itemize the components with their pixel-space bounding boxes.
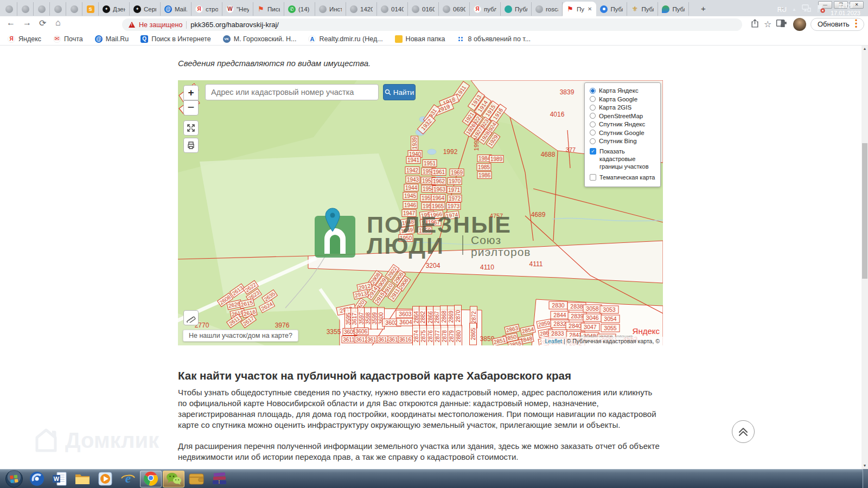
bookmark-item[interactable]: 8 объявлений по т... xyxy=(457,35,531,43)
browser-menu-icon[interactable]: ••• xyxy=(855,19,857,29)
tab[interactable] xyxy=(50,2,66,16)
parcel-label: 2879 xyxy=(448,325,455,345)
tab[interactable]: 01604 xyxy=(408,2,439,16)
cadastral-map[interactable]: 1911191319141915191619181919193119321921… xyxy=(178,80,663,345)
taskbar-wallet-icon[interactable] xyxy=(186,471,207,487)
page-scrollbar[interactable]: ▲ ▼ xyxy=(861,46,868,469)
bookmark-item[interactable]: @Mail.Ru xyxy=(95,35,129,43)
new-tab-button[interactable]: + xyxy=(701,4,706,13)
bookmark-item[interactable]: Новая папка xyxy=(395,35,445,43)
bookmark-item[interactable]: ✉Почта xyxy=(53,35,83,43)
tab[interactable]: Ястроит xyxy=(192,2,222,16)
tab[interactable]: Публи xyxy=(596,2,627,16)
layer-option[interactable]: Спутник Bing xyxy=(590,138,655,144)
share-icon[interactable] xyxy=(750,19,760,30)
tab-close-icon[interactable]: ✕ xyxy=(587,6,592,12)
tab[interactable]: @Mail.ru xyxy=(161,2,192,16)
zoom-out-button[interactable]: − xyxy=(183,100,199,115)
bookmark-item[interactable]: ARealty.dmir.ru (Нед... xyxy=(308,35,382,43)
layer-option[interactable]: Спутник Яндекс xyxy=(590,121,655,127)
tab[interactable]: roscad xyxy=(532,2,563,16)
taskbar-winrar-icon[interactable] xyxy=(208,471,230,487)
tab[interactable]: ✦Серге xyxy=(130,2,161,16)
tab[interactable]: 06903 xyxy=(439,2,470,16)
taskbar-explorer-icon[interactable] xyxy=(72,471,93,487)
taskbar-word-icon[interactable]: W xyxy=(49,471,71,487)
layer-option[interactable]: Карта Google xyxy=(590,96,655,102)
tab[interactable]: Публи xyxy=(658,2,689,16)
checkbox-icon[interactable]: ✓ xyxy=(590,148,596,155)
tab[interactable]: ✆(14) W xyxy=(284,2,315,16)
blue-dot-icon xyxy=(600,5,608,13)
fullscreen-button[interactable] xyxy=(183,120,199,136)
tab[interactable]: W"Неуд" xyxy=(222,2,253,16)
radio-icon[interactable] xyxy=(590,113,596,119)
scrollbar-thumb[interactable] xyxy=(862,143,867,279)
tab[interactable]: S xyxy=(82,2,99,16)
profile-avatar[interactable] xyxy=(793,18,806,31)
tab[interactable]: Публи xyxy=(501,2,532,16)
leaflet-link[interactable]: Leaflet xyxy=(545,338,562,344)
cadastral-search-input[interactable] xyxy=(205,84,379,100)
address-bar[interactable]: Не защищено pkk365.org/habarovskij-kraj/ xyxy=(122,18,742,31)
measure-ruler-button[interactable] xyxy=(183,310,199,325)
bookmark-item[interactable]: VKМ. Гороховский. Н... xyxy=(223,35,297,43)
tab[interactable] xyxy=(17,2,34,16)
tab[interactable] xyxy=(66,2,82,16)
scrollbar-down-arrow[interactable]: ▼ xyxy=(861,463,868,469)
tab[interactable]: Инстр xyxy=(315,2,346,16)
show-desktop-button[interactable] xyxy=(863,469,868,488)
layer-option[interactable]: OpenStreetMap xyxy=(590,113,655,119)
reload-icon[interactable]: ⟳ xyxy=(39,18,46,28)
radio-icon[interactable] xyxy=(590,130,596,136)
tab[interactable]: 14201 xyxy=(346,2,377,16)
taskbar-start-button[interactable] xyxy=(3,471,25,487)
layer-checkbox[interactable]: ✓Показать кадастровые границы участков xyxy=(590,148,655,170)
action-center-flag-icon[interactable] xyxy=(816,4,825,15)
checkbox-icon[interactable] xyxy=(590,174,596,181)
radio-icon[interactable] xyxy=(590,121,596,127)
radio-icon[interactable] xyxy=(590,138,596,144)
taskbar-clock[interactable]: 11:0917.01.2023 xyxy=(831,3,860,17)
taskbar-ie-icon[interactable]: e xyxy=(117,471,139,487)
bookmark-item[interactable]: ЯЯндекс xyxy=(8,35,41,43)
back-icon[interactable]: ← xyxy=(7,18,15,28)
layer-option[interactable]: Спутник Google xyxy=(590,130,655,136)
scroll-to-top-button[interactable] xyxy=(732,420,755,443)
scrollbar-up-arrow[interactable]: ▲ xyxy=(861,46,868,52)
radio-icon[interactable] xyxy=(590,96,596,102)
radio-icon[interactable] xyxy=(590,105,596,111)
tab[interactable] xyxy=(34,2,50,16)
bookmark-item[interactable]: QПоиск в Интернете xyxy=(141,35,211,43)
map-search-button[interactable]: Найти xyxy=(383,84,416,100)
map-marker-pin[interactable] xyxy=(324,207,341,233)
language-indicator[interactable]: RU xyxy=(777,6,787,14)
tab-active[interactable]: ⚑Пу✕ xyxy=(563,2,596,16)
taskbar-wechat-icon[interactable] xyxy=(163,471,184,487)
tab[interactable]: ⚜Публи xyxy=(627,2,658,16)
taskbar-browser-blue-icon[interactable] xyxy=(26,471,48,487)
tab[interactable]: 01405 xyxy=(377,2,408,16)
layer-checkbox[interactable]: Тематическая карта xyxy=(590,174,655,182)
search-icon xyxy=(385,89,391,95)
forward-icon[interactable]: → xyxy=(23,18,31,28)
parcel-label: 3046 xyxy=(583,314,602,322)
radio-icon[interactable] xyxy=(590,88,596,94)
side-panel-icon[interactable] xyxy=(776,18,785,30)
layer-option[interactable]: Карта 2GIS xyxy=(590,104,655,111)
home-icon[interactable]: ⌂ xyxy=(55,18,61,28)
tab[interactable] xyxy=(1,2,17,16)
tab[interactable]: Япубли xyxy=(470,2,501,16)
tab[interactable]: ⚑Письм xyxy=(253,2,284,16)
print-button[interactable] xyxy=(183,138,199,153)
taskbar-chrome-icon[interactable] xyxy=(140,471,162,487)
not-found-tooltip[interactable]: Не нашли участок/дом на карте? xyxy=(183,330,298,342)
yandex-logo[interactable]: Яндекс xyxy=(633,326,660,336)
zoom-in-button[interactable]: + xyxy=(183,85,199,100)
taskbar-wmp-icon[interactable] xyxy=(94,471,116,487)
layer-option[interactable]: Карта Яндекс xyxy=(590,87,655,94)
tray-expand-icon[interactable]: ▲ xyxy=(792,7,796,12)
tab[interactable]: ✦Дзен xyxy=(99,2,130,16)
bookmark-star-icon[interactable]: ☆ xyxy=(764,19,771,29)
network-icon[interactable] xyxy=(802,4,811,15)
